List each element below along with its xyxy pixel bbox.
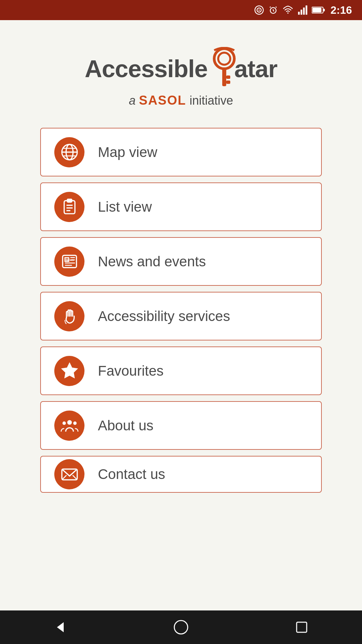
menu-item-about-us[interactable]: About us (40, 401, 322, 450)
hand-icon-circle (54, 301, 84, 331)
star-icon (60, 362, 79, 380)
back-button[interactable] (47, 614, 74, 641)
newspaper-icon-circle: NEWS (54, 247, 84, 277)
about-us-label: About us (98, 418, 154, 434)
map-view-label: Map view (98, 144, 157, 160)
svg-line-43 (62, 475, 66, 480)
svg-rect-10 (301, 10, 302, 15)
globe-icon (60, 143, 79, 161)
menu-item-contact-us[interactable]: Contact us (40, 456, 322, 493)
svg-rect-15 (312, 8, 321, 12)
logo-a: a (129, 94, 136, 108)
people-icon-circle (54, 411, 84, 441)
accessibility-services-label: Accessibility services (98, 308, 230, 324)
people-icon (60, 416, 79, 435)
star-icon-circle (54, 356, 84, 386)
svg-rect-20 (226, 80, 230, 84)
svg-rect-12 (306, 5, 307, 15)
svg-line-5 (273, 10, 274, 11)
status-bar: 2:16 (0, 0, 362, 20)
home-button[interactable] (168, 614, 194, 641)
svg-point-40 (62, 422, 66, 425)
svg-point-8 (287, 12, 289, 14)
favourites-label: Favourites (98, 363, 164, 379)
svg-marker-38 (62, 363, 77, 378)
svg-rect-47 (297, 622, 307, 632)
logo-text-group: Accessible atar a SASOL (85, 47, 277, 108)
envelope-icon (60, 465, 79, 484)
hand-icon (60, 307, 79, 325)
svg-rect-27 (67, 199, 72, 202)
logo-atar-text: atar (234, 55, 277, 83)
logo-main-line: Accessible atar (85, 47, 277, 91)
menu-item-news-events[interactable]: NEWS News and events (40, 237, 322, 286)
svg-rect-18 (222, 68, 226, 86)
status-time: 2:16 (330, 4, 352, 16)
menu-item-favourites[interactable]: Favourites (40, 346, 322, 395)
newspaper-icon: NEWS (60, 252, 79, 271)
svg-line-44 (72, 475, 77, 480)
svg-point-2 (258, 9, 260, 11)
svg-text:NEWS: NEWS (66, 259, 74, 262)
svg-line-7 (276, 7, 277, 8)
clipboard-icon (60, 198, 79, 216)
svg-marker-45 (57, 622, 64, 632)
svg-point-39 (67, 420, 72, 425)
logo-container: Accessible atar a SASOL (0, 20, 362, 128)
svg-line-6 (270, 7, 271, 8)
svg-point-41 (73, 422, 76, 425)
logo-initiative: initiative (189, 94, 233, 108)
menu-item-accessibility[interactable]: Accessibility services (40, 292, 322, 340)
logo-subtitle: a SASOL initiative (129, 93, 233, 108)
svg-rect-19 (226, 75, 230, 79)
menu-item-list-view[interactable]: List view (40, 182, 322, 231)
svg-rect-14 (323, 9, 325, 11)
svg-rect-11 (303, 8, 305, 15)
envelope-icon-circle (54, 459, 84, 489)
logo-key-icon (206, 47, 236, 91)
svg-rect-9 (298, 12, 300, 15)
clipboard-icon-circle (54, 192, 84, 222)
globe-icon-circle (54, 137, 84, 167)
status-icons (254, 5, 325, 15)
logo-accessible-text: Accessible (85, 55, 207, 83)
nav-bar (0, 610, 362, 644)
news-events-label: News and events (98, 254, 206, 270)
svg-point-17 (218, 53, 230, 65)
recent-button[interactable] (288, 614, 315, 641)
menu-container: Map view List view NEWS (0, 128, 362, 610)
logo-sasol: SASOL (139, 93, 186, 108)
menu-item-map-view[interactable]: Map view (40, 128, 322, 176)
contact-us-label: Contact us (98, 466, 165, 482)
logo-wrapper: Accessible atar a SASOL (85, 47, 277, 108)
list-view-label: List view (98, 199, 152, 215)
svg-point-46 (174, 621, 188, 634)
